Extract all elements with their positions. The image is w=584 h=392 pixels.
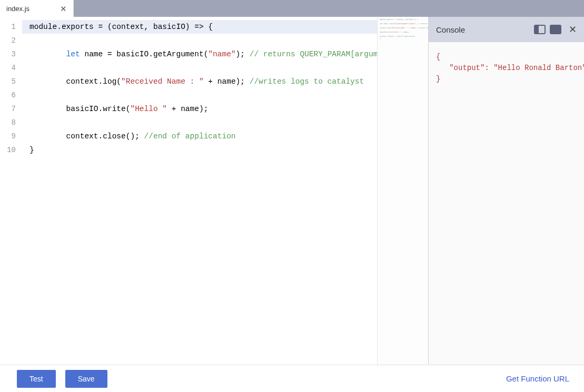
code-line [22, 116, 377, 129]
close-icon[interactable]: ✕ [569, 25, 577, 34]
test-button[interactable]: Test [17, 370, 56, 388]
code-line: context.close(); //end of application [22, 129, 377, 143]
console-title: Console [436, 25, 530, 34]
get-function-url-link[interactable]: Get Function URL [506, 374, 569, 383]
code-line: let name = basicIO.getArgument("name"); … [22, 47, 377, 61]
tab-filename: index.js [6, 5, 29, 13]
code-line: context.log("Received Name : " + name); … [22, 75, 377, 88]
console-header: Console ✕ [429, 17, 584, 42]
line-gutter: 12345678910 [0, 17, 22, 365]
code-line: module.exports = (context, basicIO) => { [22, 20, 377, 34]
full-view-icon[interactable] [550, 25, 561, 34]
code-line [22, 61, 377, 75]
editor-wrap: 12345678910 module.exports = (context, b… [0, 17, 428, 365]
code-line [22, 88, 377, 102]
footer-bar: Test Save Get Function URL [0, 365, 584, 392]
save-button[interactable]: Save [65, 370, 107, 388]
code-line: } [22, 143, 377, 157]
code-line [22, 34, 377, 47]
code-line: basicIO.write("Hello " + name); [22, 102, 377, 116]
code-editor[interactable]: module.exports = (context, basicIO) => {… [22, 17, 378, 365]
file-tab[interactable]: index.js ✕ [0, 0, 74, 17]
minimap[interactable]: module.exports = (context, basicIO) => {… [378, 17, 428, 365]
tab-bar: index.js ✕ [0, 0, 584, 17]
split-view-icon[interactable] [534, 25, 546, 34]
main-area: 12345678910 module.exports = (context, b… [0, 17, 584, 365]
console-panel: Console ✕ { "output": "Hello Ronald Bart… [428, 17, 584, 365]
close-icon[interactable]: ✕ [60, 5, 67, 13]
console-output: { "output": "Hello Ronald Barton" } [429, 42, 584, 365]
